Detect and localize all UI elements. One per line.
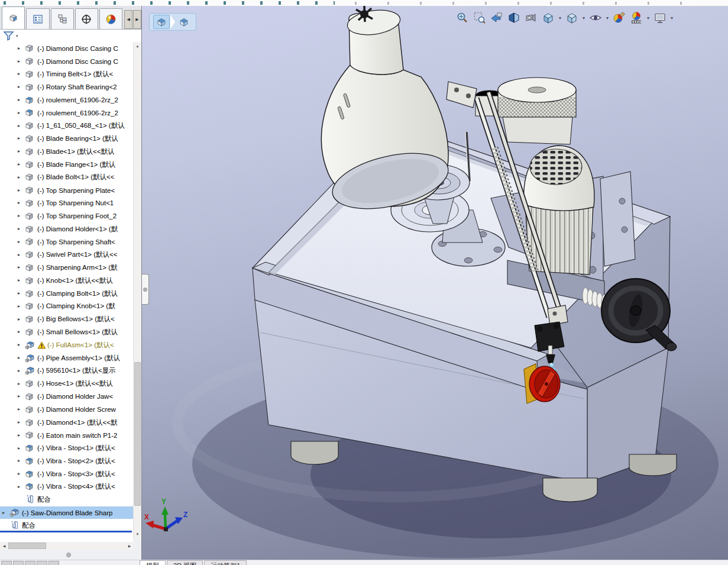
tree-item[interactable]: ▸ [0,274,133,287]
expand-arrow-icon[interactable]: ▸ [18,485,25,489]
document-tab[interactable]: 运动算例1 [204,560,247,565]
tree-item[interactable]: ▸ [0,42,133,55]
expand-arrow-icon[interactable]: ▸ [18,433,25,438]
hide-show-items-button[interactable] [588,11,603,25]
expand-arrow-icon[interactable]: ▸ [18,175,25,180]
expand-arrow-icon[interactable]: ▸ [18,72,25,76]
tree-item[interactable]: ▸ [0,235,133,248]
tree-item[interactable]: ▸ [0,145,133,158]
tree-item[interactable]: ▸ [0,506,133,519]
tree-horizontal-scrollbar[interactable]: ◀ ▶ [0,542,134,550]
window-button[interactable] [25,561,35,565]
tree-item[interactable]: ▸ [0,390,133,403]
tree-item[interactable]: ▸ [0,197,133,210]
scroll-down-button[interactable]: ▼ [134,530,141,538]
apply-scene-button[interactable] [629,11,643,25]
view-settings-caret[interactable]: ▾ [671,15,673,21]
expand-arrow-icon[interactable]: ▸ [18,162,25,167]
expand-arrow-icon[interactable]: ▸ [18,253,25,257]
tree-item[interactable]: ▸ [0,222,133,235]
expand-arrow-icon[interactable]: ▸ [18,304,25,309]
tree-item[interactable]: ▸ [0,184,133,197]
zoom-to-fit-button[interactable] [455,11,470,25]
panel-collapse-tab[interactable] [142,274,149,305]
breadcrumb-component[interactable] [176,15,192,29]
expand-arrow-icon[interactable]: ▸ [18,382,25,386]
document-tab[interactable]: 模型 [140,560,166,565]
expand-arrow-icon[interactable]: ▸ [18,124,25,128]
expand-arrow-icon[interactable]: ▸ [18,291,25,296]
tree-item[interactable]: ▸ [0,467,133,480]
breadcrumb-assembly[interactable] [153,15,170,29]
apply-scene-caret[interactable]: ▾ [647,15,649,21]
expand-arrow-icon[interactable]: ▸ [18,265,25,270]
expand-arrow-icon[interactable]: ▸ [18,227,25,231]
window-buttons[interactable] [1,561,59,565]
tree-item[interactable]: ▸ [0,442,133,455]
expand-arrow-icon[interactable]: ▸ [18,111,25,115]
document-tab[interactable]: 3D 视图 [167,560,203,565]
expand-arrow-icon[interactable]: ▸ [2,511,9,515]
horizontal-scroll-thumb[interactable] [8,543,46,549]
tree-item[interactable]: ▸ [0,429,133,442]
expand-arrow-icon[interactable]: ▸ [18,317,25,322]
edit-appearance-button[interactable] [612,11,626,25]
tab-propertymanager[interactable] [26,8,49,29]
tab-displaymanager[interactable] [99,8,122,29]
expand-arrow-icon[interactable]: ▸ [18,46,25,51]
tree-item[interactable]: ▸ [0,493,133,506]
view-orientation-caret[interactable]: ▾ [559,15,561,21]
section-view-button[interactable] [507,11,521,25]
expand-arrow-icon[interactable]: ▸ [18,446,25,451]
filter-dropdown-caret[interactable]: ▾ [16,34,18,38]
expand-arrow-icon[interactable]: ▸ [18,59,25,64]
tab-configurationmanager[interactable] [51,8,74,29]
tab-featuremanager-design-tree[interactable] [2,7,25,29]
expand-arrow-icon[interactable]: ▸ [18,407,25,412]
view-settings-button[interactable] [653,11,667,25]
view-annotations-button[interactable] [524,11,538,25]
display-style-caret[interactable]: ▾ [583,15,585,21]
rollback-bar[interactable] [0,531,132,532]
window-button[interactable] [13,561,24,565]
tree-item[interactable]: ▸ [0,120,133,133]
expand-arrow-icon[interactable]: ▸ [18,240,25,244]
tree-item[interactable]: ▸ [0,300,133,313]
tree-item[interactable]: ▸ [0,55,133,68]
tab-dimxpertmanager[interactable] [75,8,98,29]
tree-item[interactable]: ▸ [0,171,133,184]
tree-item[interactable]: ▸ [0,106,133,120]
tree-item[interactable]: ▸ [0,261,133,275]
expand-arrow-icon[interactable]: ▸ [18,420,25,425]
tree-item[interactable]: ▸ [0,313,133,326]
expand-arrow-icon[interactable]: ▸ [18,188,25,193]
expand-arrow-icon[interactable]: ▸ [18,472,25,476]
tree-item[interactable]: ▸ [0,287,133,300]
tree-item[interactable]: ▸ [0,93,133,106]
expand-arrow-icon[interactable]: ▸ [18,85,25,89]
scroll-right-button[interactable]: ▶ [125,542,134,550]
vertical-scroll-thumb[interactable] [134,362,141,506]
tree-item[interactable]: ▸ [0,351,133,364]
window-button[interactable] [37,561,47,565]
tree-item[interactable]: ▸ [0,158,133,171]
expand-arrow-icon[interactable]: ▸ [18,343,25,347]
expand-arrow-icon[interactable]: ▸ [18,394,25,399]
tab-scroll-right-button[interactable]: ▶ [133,10,141,29]
hide-show-caret[interactable]: ▾ [606,15,609,21]
tree-item[interactable]: ▸ [0,68,133,81]
window-button[interactable] [48,561,59,565]
tree-item[interactable]: ▸ [0,364,133,377]
expand-arrow-icon[interactable]: ▸ [18,136,25,141]
tree-item[interactable]: ▸ [0,338,133,351]
tree-item[interactable]: ▸ [0,209,133,222]
tree-item[interactable]: ▸ [0,480,133,493]
splitter-handle[interactable] [66,553,71,557]
scroll-left-button[interactable]: ◀ [0,542,8,550]
display-style-button[interactable] [565,11,579,25]
window-button[interactable] [1,561,12,565]
tree-vertical-scrollbar[interactable]: ▲ ▼ [133,42,141,538]
expand-arrow-icon[interactable]: ▸ [18,278,25,283]
tree-item[interactable]: ▸ [0,326,133,339]
previous-view-button[interactable] [490,11,504,25]
